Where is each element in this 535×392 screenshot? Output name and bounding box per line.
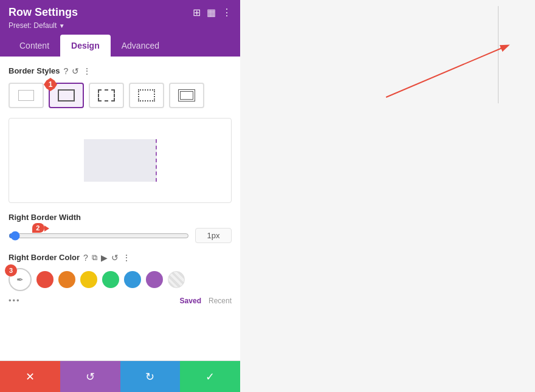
header-icons: ⊞ ▦ ⋮ <box>193 7 232 18</box>
color-orange[interactable] <box>58 271 75 288</box>
border-dotted-icon <box>138 89 155 101</box>
border-double-icon <box>178 89 195 101</box>
right-border-color-header: Right Border Color ? ⧉ ▶ ↺ ⋮ <box>9 253 232 262</box>
saved-recent-row: Saved Recent <box>180 297 232 305</box>
saved-tab[interactable]: Saved <box>180 297 201 305</box>
annotation-3-badge: 3 <box>5 264 17 277</box>
color-swatches-row: 3 ✒ <box>9 268 232 291</box>
color-more-button[interactable]: ••• <box>9 296 21 305</box>
preset-label: Preset: Default ▼ <box>9 21 232 30</box>
cancel-button[interactable]: ✕ <box>0 361 60 392</box>
color-bottom-row: ••• Saved Recent <box>9 296 232 305</box>
border-solid-icon <box>58 89 75 101</box>
border-preview-inner <box>84 139 157 182</box>
border-style-dotted[interactable] <box>129 83 164 108</box>
tab-content[interactable]: Content <box>9 35 60 57</box>
panel-tabs: Content Design Advanced <box>0 35 240 57</box>
preset-chevron[interactable]: ▼ <box>59 22 65 29</box>
border-style-double[interactable] <box>169 83 204 108</box>
border-styles-header: Border Styles ? ↺ ⋮ <box>9 66 232 75</box>
canvas-area <box>240 0 535 392</box>
recent-tab[interactable]: Recent <box>209 297 232 305</box>
layout-icon[interactable]: ▦ <box>207 7 216 18</box>
eyedropper-icon: ✒ <box>16 275 24 284</box>
border-styles-menu-icon[interactable]: ⋮ <box>83 67 91 75</box>
border-color-reset-icon[interactable]: ↺ <box>111 253 119 262</box>
border-dashed-icon <box>98 89 115 101</box>
color-red[interactable] <box>36 271 54 288</box>
redo-icon: ↻ <box>145 370 154 383</box>
border-styles-help-icon[interactable]: ? <box>64 67 69 75</box>
undo-button[interactable]: ↺ <box>60 361 120 392</box>
border-width-value[interactable]: 1px <box>195 228 232 243</box>
border-style-dashed[interactable] <box>89 83 124 108</box>
color-green[interactable] <box>102 271 119 288</box>
tab-advanced[interactable]: Advanced <box>111 35 170 57</box>
color-blue[interactable] <box>124 271 141 288</box>
panel-header: Row Settings ⊞ ▦ ⋮ Preset: Default ▼ <box>0 0 240 35</box>
cancel-icon: ✕ <box>26 370 35 383</box>
border-style-none[interactable] <box>9 83 44 108</box>
border-color-pointer-icon[interactable]: ▶ <box>101 253 108 262</box>
border-none-icon <box>18 90 34 101</box>
border-style-solid[interactable]: 1 <box>49 83 84 108</box>
color-purple[interactable] <box>146 271 163 288</box>
undo-icon: ↺ <box>86 370 95 383</box>
border-color-menu-icon[interactable]: ⋮ <box>122 253 131 262</box>
border-preview-container <box>9 118 232 203</box>
panel-footer: ✕ ↺ ↻ ✓ <box>0 360 240 392</box>
slider-row: 2 1px <box>9 228 232 243</box>
red-arrow <box>374 36 526 109</box>
panel-title: Row Settings <box>9 6 78 19</box>
border-color-help-icon[interactable]: ? <box>83 253 88 262</box>
confirm-button[interactable]: ✓ <box>180 361 240 392</box>
color-none[interactable] <box>168 271 185 288</box>
annotation-2-badge: 2 <box>32 223 44 233</box>
border-styles-reset-icon[interactable]: ↺ <box>72 67 79 75</box>
more-menu-icon[interactable]: ⋮ <box>222 7 232 18</box>
color-eyedropper-swatch[interactable]: 3 ✒ <box>9 268 32 291</box>
svg-line-1 <box>386 46 508 97</box>
border-styles-label: Border Styles <box>9 66 60 75</box>
right-border-width-label: Right Border Width <box>9 213 232 222</box>
row-settings-panel: Row Settings ⊞ ▦ ⋮ Preset: Default ▼ Con… <box>0 0 240 392</box>
panel-header-top: Row Settings ⊞ ▦ ⋮ <box>9 6 232 19</box>
border-style-options: 1 <box>9 83 232 108</box>
tab-design[interactable]: Design <box>60 35 111 57</box>
preset-dropdown[interactable]: Preset: Default <box>9 21 57 30</box>
responsive-icon[interactable]: ⊞ <box>193 7 201 18</box>
annotation-1-badge: 1 <box>44 78 57 91</box>
redo-button[interactable]: ↻ <box>120 361 181 392</box>
right-border-color-label: Right Border Color <box>9 253 80 262</box>
panel-body: Border Styles ? ↺ ⋮ 1 <box>0 57 240 360</box>
border-color-copy-icon[interactable]: ⧉ <box>92 253 97 261</box>
confirm-icon: ✓ <box>205 370 215 383</box>
color-yellow[interactable] <box>80 271 97 288</box>
